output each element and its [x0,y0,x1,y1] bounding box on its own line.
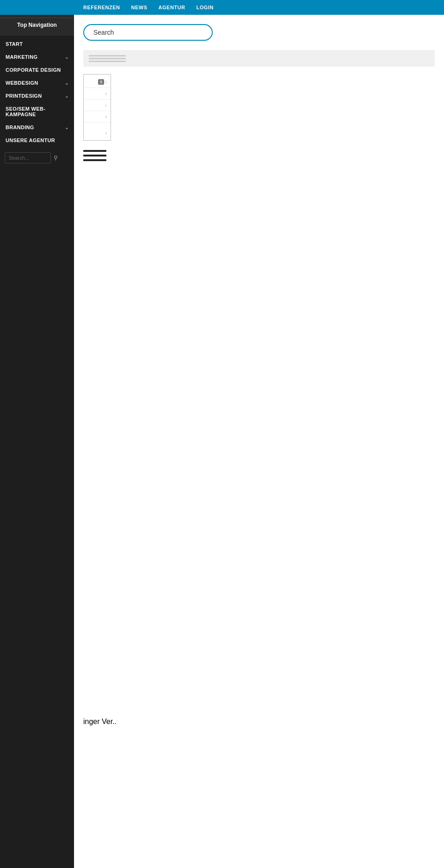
chevron-right-icon-3: › [105,102,107,108]
sidebar-menu: START MARKETING ⌄ CORPORATE DESIGN WEBDE… [0,36,74,868]
chevron-right-icon-1: › [105,79,107,85]
sidebar: Main Menu Top Navigation START MARKETING… [0,0,74,868]
top-nav-items: REFERENZEN NEWS AGENTUR LOGIN [83,5,214,10]
info-bar-line-3 [89,61,126,62]
sidebar-item-unsere-agentur[interactable]: UNSERE AGENTUR [0,134,74,147]
bottom-text: inger Ver.. [83,718,117,726]
sidebar-item-webdesign[interactable]: WEBDESIGN ⌄ [0,76,74,89]
chevron-right-icon-5: › [105,130,107,136]
nav-referenzen[interactable]: REFERENZEN [83,5,120,10]
hamburger-line-2 [83,155,106,156]
badge-icon: 8 [98,79,104,85]
sidebar-item-start[interactable]: START [0,37,74,50]
search-icon[interactable]: ⚲ [54,155,58,161]
sidebar-item-corporate-design[interactable]: CORPORATE DESIGN [0,63,74,76]
content-search-box[interactable]: Search [83,24,213,41]
card-item-2[interactable]: › [84,88,111,100]
card-item-4[interactable]: › [84,111,111,123]
sidebar-item-label-corporate-design: CORPORATE DESIGN [6,67,61,73]
sidebar-item-marketing[interactable]: MARKETING ⌄ [0,50,74,63]
search-label: Search [93,29,114,36]
info-bar-line-1 [89,55,126,56]
chevron-down-icon-print: ⌄ [65,94,68,99]
hamburger-line-3 [83,159,106,161]
chevron-down-icon: ⌄ [65,55,68,60]
main-content: Search 8 › › › › › [74,15,444,735]
hamburger-line-1 [83,150,106,152]
info-bar [83,50,435,67]
card-item-5[interactable]: › [84,123,111,138]
sidebar-item-label-seo: SEO/SEM WEB-KAMPAGNE [6,106,68,117]
chevron-down-icon-branding: ⌄ [65,125,68,130]
sidebar-item-label-branding: BRANDING [6,125,34,130]
info-bar-line-2 [89,58,126,59]
sidebar-search-area: ⚲ [0,147,74,169]
sidebar-item-label-unsere-agentur: UNSERE AGENTUR [6,137,55,143]
card-item-3[interactable]: › [84,100,111,111]
sidebar-item-seo[interactable]: SEO/SEM WEB-KAMPAGNE [0,102,74,121]
chevron-right-icon-4: › [105,114,107,119]
sidebar-item-branding[interactable]: BRANDING ⌄ [0,121,74,134]
hamburger-lines [83,150,435,161]
search-input[interactable] [5,152,51,163]
info-bar-lines [89,55,126,62]
sidebar-item-label-marketing: MARKETING [6,54,37,60]
chevron-right-icon-2: › [105,91,107,96]
nav-agentur[interactable]: AGENTUR [159,5,185,10]
sidebar-header-divider [0,18,74,18]
content-card: 8 › › › › › [83,74,111,141]
top-navigation-label[interactable]: Top Navigation [0,19,74,31]
sidebar-item-label-start: START [6,41,23,47]
top-navigation-bar: REFERENZEN NEWS AGENTUR LOGIN [0,0,444,15]
sidebar-item-label-webdesign: WEBDESIGN [6,80,38,86]
content-spacer: inger Ver.. [83,170,435,726]
sidebar-item-printdesign[interactable]: PRINTDESIGN ⌄ [0,89,74,102]
chevron-down-icon-webdesign: ⌄ [65,81,68,86]
card-item-1[interactable]: 8 › [84,76,111,88]
nav-login[interactable]: LOGIN [196,5,213,10]
nav-news[interactable]: NEWS [131,5,148,10]
sidebar-item-label-printdesign: PRINTDESIGN [6,93,42,99]
